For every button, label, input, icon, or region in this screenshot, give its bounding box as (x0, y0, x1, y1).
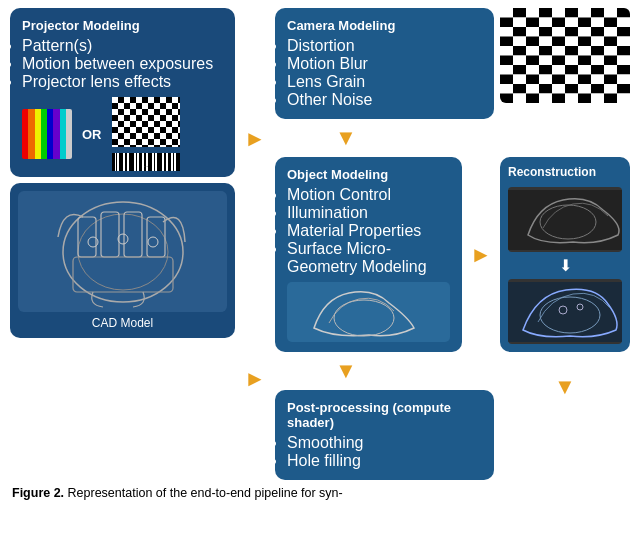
engine-svg (23, 191, 223, 312)
cad-image (18, 191, 227, 312)
svg-rect-20 (176, 153, 180, 171)
recon-arrow-down: ⬇ (508, 256, 622, 275)
svg-rect-11 (136, 153, 137, 171)
recon-image-bottom (508, 279, 622, 344)
checkerboard-image (500, 8, 630, 103)
mini-checkerboard-svg (112, 97, 180, 147)
object-item-3: Material Properties (287, 222, 450, 240)
mid-row: Object Modeling Motion Control Illuminat… (275, 157, 630, 352)
svg-rect-10 (129, 153, 134, 171)
projector-images: OR (22, 97, 223, 177)
middle-arrows: ► ► (241, 8, 269, 480)
projector-item-3: Projector lens effects (22, 73, 223, 91)
projector-title: Projector Modeling (22, 18, 223, 33)
top-row: Camera Modeling Distortion Motion Blur L… (275, 8, 630, 119)
projector-item-1: Pattern(s) (22, 37, 223, 55)
bottom-row: Post-processing (compute shader) Smoothi… (275, 390, 630, 480)
svg-rect-15 (154, 153, 155, 171)
camera-list: Distortion Motion Blur Lens Grain Other … (287, 37, 482, 109)
svg-text:...: ... (143, 162, 148, 168)
camera-item-2: Motion Blur (287, 55, 482, 73)
recon-bottom-svg (508, 282, 622, 342)
projector-modeling-box: Projector Modeling Pattern(s) Motion bet… (10, 8, 235, 177)
diagram: Projector Modeling Pattern(s) Motion bet… (10, 8, 630, 480)
recon-top-svg (508, 190, 622, 250)
reconstruction-box: Reconstruction ⬇ (500, 157, 630, 352)
svg-rect-4 (112, 97, 180, 147)
object-item-2: Illumination (287, 204, 450, 222)
cad-label: CAD Model (92, 316, 153, 330)
recon-image-top (508, 187, 622, 252)
arrow-down-cam: ▼ (275, 125, 630, 151)
camera-item-3: Lens Grain (287, 73, 482, 91)
svg-rect-8 (119, 153, 123, 171)
main-container: Projector Modeling Pattern(s) Motion bet… (0, 0, 640, 504)
camera-item-4: Other Noise (287, 91, 482, 109)
camera-title: Camera Modeling (287, 18, 482, 33)
post-item-2: Hole filling (287, 452, 482, 470)
svg-rect-9 (125, 153, 127, 171)
object-item-4: Surface Micro-Geometry Modeling (287, 240, 450, 276)
recon-title: Reconstruction (508, 165, 622, 179)
svg-rect-7 (116, 153, 117, 171)
svg-rect-6 (112, 153, 115, 171)
mini-checkerboard: ... (112, 97, 180, 171)
figure-caption: Figure 2. Representation of the end-to-e… (10, 486, 630, 500)
svg-rect-14 (148, 153, 152, 171)
post-item-1: Smoothing (287, 434, 482, 452)
color-bars-image (22, 109, 72, 159)
post-title: Post-processing (compute shader) (287, 400, 482, 430)
post-processing-box: Post-processing (compute shader) Smoothi… (275, 390, 494, 480)
arrow-right-bottom: ► (241, 366, 269, 392)
svg-rect-16 (157, 153, 162, 171)
svg-rect-17 (164, 153, 166, 171)
object-item-1: Motion Control (287, 186, 450, 204)
svg-rect-22 (23, 191, 223, 312)
object-list: Motion Control Illumination Material Pro… (287, 186, 450, 276)
projector-item-2: Motion between exposures (22, 55, 223, 73)
or-label: OR (78, 127, 106, 142)
camera-item-1: Distortion (287, 37, 482, 55)
projector-list: Pattern(s) Motion between exposures Proj… (22, 37, 223, 91)
object-model-svg (294, 283, 444, 341)
figure-label: Figure 2. (12, 486, 64, 500)
camera-modeling-box: Camera Modeling Distortion Motion Blur L… (275, 8, 494, 119)
cad-model-box: CAD Model (10, 183, 235, 338)
svg-rect-12 (139, 153, 142, 171)
left-column: Projector Modeling Pattern(s) Motion bet… (10, 8, 235, 480)
checkerboard-svg (500, 8, 630, 103)
object-title: Object Modeling (287, 167, 450, 182)
recon-to-post-arrow: ▼ (500, 390, 630, 480)
svg-rect-19 (173, 153, 174, 171)
arrow-right-mid: ► (468, 157, 494, 352)
right-column: Camera Modeling Distortion Motion Blur L… (275, 8, 630, 480)
arrow-right-top: ► (241, 126, 269, 152)
post-list: Smoothing Hole filling (287, 434, 482, 470)
barcode-svg: ... (112, 153, 180, 171)
object-modeling-box: Object Modeling Motion Control Illuminat… (275, 157, 462, 352)
object-model-image (287, 282, 450, 342)
svg-rect-37 (500, 8, 630, 103)
caption-text: Representation of the end-to-end pipelin… (64, 486, 343, 500)
svg-rect-18 (168, 153, 171, 171)
arrow-down-obj: ▼ (275, 358, 630, 384)
